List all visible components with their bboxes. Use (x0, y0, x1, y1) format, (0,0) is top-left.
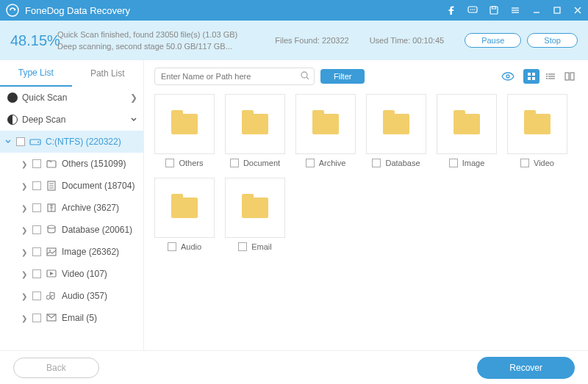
minimize-icon[interactable] (532, 6, 541, 15)
checkbox[interactable] (32, 247, 41, 256)
type-icon (46, 291, 57, 301)
files-found: Files Found: 220322 (275, 36, 348, 45)
checkbox[interactable] (32, 314, 41, 322)
app-title: FoneDog Data Recovery (25, 5, 447, 16)
titlebar: FoneDog Data Recovery (0, 0, 588, 21)
svg-point-32 (301, 72, 307, 78)
tree-item[interactable]: ❯Image (26362) (0, 241, 143, 263)
folder-icon (171, 198, 198, 218)
folder-label: Database (385, 159, 420, 167)
close-icon[interactable] (573, 6, 582, 15)
status-line-1: Quick Scan finished, found 23050 file(s)… (57, 30, 275, 39)
folder-card[interactable]: Document (225, 94, 285, 167)
folder-card[interactable]: Audio (154, 178, 215, 251)
svg-point-4 (472, 9, 473, 10)
tree-item-label: Archive (3627) (62, 203, 137, 213)
checkbox[interactable] (16, 137, 25, 146)
folder-card[interactable]: Video (507, 94, 567, 167)
folder-label: Document (243, 159, 280, 167)
app-logo-icon (6, 4, 19, 17)
sidebar: Type List Path List Quick Scan ❯ Deep Sc… (0, 60, 144, 350)
preview-icon[interactable] (500, 69, 516, 84)
tree-drive[interactable]: C:(NTFS) (220322) (0, 131, 143, 153)
checkbox[interactable] (238, 242, 247, 251)
scan-percent: 48.15% (10, 32, 57, 49)
chevron-right-icon: ❯ (21, 292, 28, 300)
tree-item[interactable]: ❯Others (151099) (0, 153, 143, 175)
tree-item-label: Video (107) (62, 269, 137, 279)
tree-item[interactable]: ❯Email (5) (0, 307, 143, 329)
view-grid-icon[interactable] (523, 69, 539, 84)
filter-button[interactable]: Filter (320, 69, 365, 84)
svg-rect-46 (570, 73, 574, 80)
search-input[interactable] (154, 68, 315, 85)
view-detail-icon[interactable] (562, 69, 578, 84)
checkbox[interactable] (32, 159, 41, 168)
svg-point-0 (7, 4, 18, 16)
checkbox[interactable] (372, 159, 381, 167)
folder-card[interactable]: Database (366, 94, 426, 167)
content: Filter OthersDocumentArchiveDatabaseImag… (144, 60, 588, 350)
chevron-right-icon: ❯ (21, 160, 28, 168)
chevron-down-icon (4, 138, 12, 145)
toolbar: Filter (154, 66, 578, 87)
folder-thumb (366, 94, 426, 154)
folder-icon (383, 114, 409, 134)
back-button[interactable]: Back (13, 358, 99, 378)
feedback-icon[interactable] (467, 6, 478, 15)
svg-marker-30 (50, 272, 54, 275)
checkbox[interactable] (449, 159, 458, 167)
checkbox[interactable] (168, 242, 176, 251)
checkbox[interactable] (32, 225, 41, 234)
tree-item[interactable]: ❯Video (107) (0, 263, 143, 285)
folder-icon (453, 114, 480, 134)
tree-item-label: Email (5) (62, 313, 137, 323)
svg-rect-45 (565, 73, 569, 80)
folder-card[interactable]: Others (154, 94, 215, 167)
checkbox[interactable] (306, 159, 315, 167)
footer: Back Recover (0, 350, 588, 384)
recover-button[interactable]: Recover (477, 357, 575, 379)
folder-card[interactable]: Email (225, 178, 285, 251)
folder-grid: OthersDocumentArchiveDatabaseImageVideoA… (154, 94, 578, 251)
tree-item[interactable]: ❯Document (18704) (0, 175, 143, 197)
folder-icon (242, 114, 268, 134)
folder-icon (171, 114, 198, 134)
tab-path-list[interactable]: Path List (72, 60, 144, 87)
folder-label: Audio (181, 242, 201, 251)
tree-item[interactable]: ❯Database (20061) (0, 219, 143, 241)
tab-type-list[interactable]: Type List (0, 60, 72, 87)
pause-button[interactable]: Pause (465, 33, 521, 48)
maximize-icon[interactable] (553, 6, 562, 15)
chevron-right-icon: ❯ (21, 204, 28, 212)
checkbox[interactable] (32, 181, 41, 190)
chevron-right-icon: ❯ (21, 248, 28, 256)
checkbox[interactable] (520, 159, 529, 167)
tree-item[interactable]: ❯Audio (357) (0, 285, 143, 307)
folder-label: Video (534, 159, 554, 167)
folder-card[interactable]: Archive (295, 94, 356, 167)
folder-thumb (225, 94, 285, 154)
svg-rect-6 (490, 7, 498, 14)
checkbox[interactable] (32, 291, 41, 300)
folder-thumb (154, 178, 215, 238)
save-icon[interactable] (490, 6, 498, 15)
svg-rect-7 (492, 7, 496, 9)
checkbox[interactable] (165, 159, 174, 167)
tree-quick-scan[interactable]: Quick Scan ❯ (0, 87, 143, 109)
folder-thumb (295, 94, 356, 154)
checkbox[interactable] (230, 159, 239, 167)
view-list-icon[interactable] (542, 69, 559, 84)
stop-button[interactable]: Stop (527, 33, 578, 48)
tree-deep-scan[interactable]: Deep Scan (0, 109, 143, 131)
folder-card[interactable]: Image (437, 94, 497, 167)
folder-thumb (225, 178, 285, 238)
chevron-right-icon: ❯ (21, 226, 28, 234)
checkbox[interactable] (32, 203, 41, 212)
checkbox[interactable] (32, 269, 41, 278)
menu-icon[interactable] (510, 6, 520, 15)
tree-item[interactable]: ❯Archive (3627) (0, 197, 143, 219)
chevron-right-icon: ❯ (21, 182, 28, 190)
facebook-icon[interactable] (447, 6, 456, 15)
status-line-2: Deep scanning, second stage 50.0 GB/117 … (57, 42, 275, 51)
